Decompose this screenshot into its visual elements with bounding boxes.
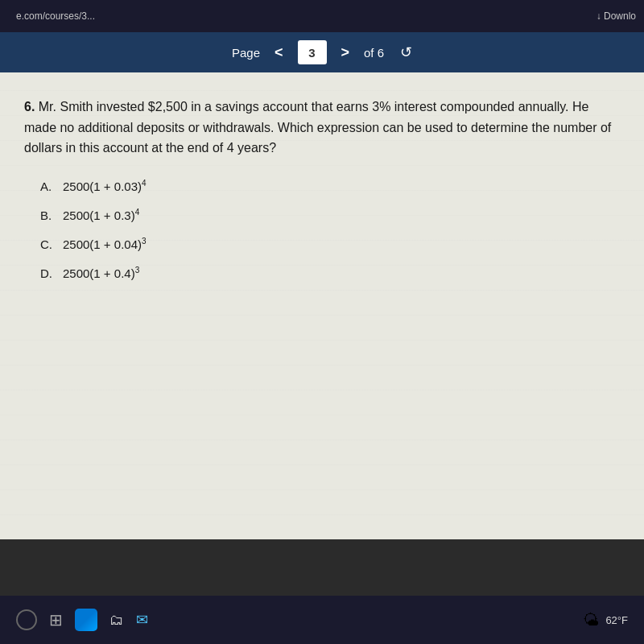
prev-page-button[interactable]: <: [268, 41, 290, 64]
answer-d-exp: 3: [135, 266, 140, 275]
answer-b[interactable]: B. 2500(1 + 0.3)4: [40, 208, 612, 222]
answer-choices: A. 2500(1 + 0.03)4 B. 2500(1 + 0.3)4 C. …: [24, 179, 612, 280]
answer-a[interactable]: A. 2500(1 + 0.03)4: [40, 179, 612, 193]
answer-c-letter: C.: [40, 237, 58, 251]
answer-c[interactable]: C. 2500(1 + 0.04)3: [40, 237, 612, 251]
file-explorer-button[interactable]: 🗂: [109, 612, 124, 629]
answer-a-exp: 4: [142, 179, 147, 188]
answer-c-exp: 3: [142, 237, 147, 246]
content-area: 6. Mr. Smith invested $2,500 in a saving…: [0, 72, 644, 539]
answer-b-expr: 2500(1 + 0.3)4: [63, 208, 139, 222]
page-label: Page: [232, 46, 260, 60]
question-body: Mr. Smith invested $2,500 in a savings a…: [24, 100, 611, 155]
refresh-button[interactable]: ↺: [400, 43, 412, 61]
browser-url: e.com/courses/3...: [8, 10, 597, 22]
nav-bar: Page < 3 > of 6 ↺: [0, 32, 644, 72]
taskbar: ⊞ 🗂 ✉ 🌤 62°F: [0, 596, 644, 644]
answer-b-exp: 4: [135, 208, 140, 217]
total-pages: of 6: [364, 46, 384, 60]
mail-button[interactable]: ✉: [136, 611, 148, 629]
download-button[interactable]: ↓ Downlo: [597, 10, 636, 22]
answer-a-expr: 2500(1 + 0.03)4: [63, 179, 147, 193]
windows-grid-button[interactable]: ⊞: [49, 610, 63, 630]
answer-d-letter: D.: [40, 266, 58, 280]
start-circle-button[interactable]: [16, 609, 37, 630]
weather-icon: 🌤: [583, 611, 599, 630]
answer-b-letter: B.: [40, 208, 58, 222]
question-text: 6. Mr. Smith invested $2,500 in a saving…: [24, 97, 612, 159]
answer-c-expr: 2500(1 + 0.04)3: [63, 237, 147, 251]
question-number: 6.: [24, 100, 35, 114]
edge-browser-button[interactable]: [75, 609, 97, 631]
answer-a-letter: A.: [40, 180, 58, 193]
browser-bar: e.com/courses/3... ↓ Downlo: [0, 0, 644, 32]
current-page-box[interactable]: 3: [298, 40, 327, 64]
answer-d[interactable]: D. 2500(1 + 0.4)3: [40, 266, 612, 280]
temperature-display: 62°F: [605, 614, 628, 626]
taskbar-right: 🌤 62°F: [583, 611, 628, 630]
answer-d-expr: 2500(1 + 0.4)3: [63, 266, 139, 280]
next-page-button[interactable]: >: [335, 41, 357, 64]
